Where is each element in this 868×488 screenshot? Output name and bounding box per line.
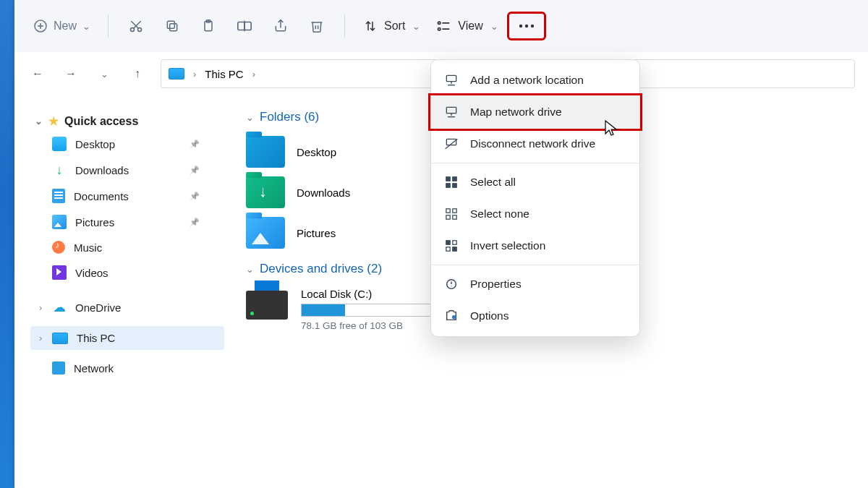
toolbar: New ⌄ Sort ⌄ View ⌄ — [14, 0, 868, 52]
svg-point-47 — [452, 315, 456, 319]
sidebar-item-videos[interactable]: Videos — [30, 260, 224, 286]
select-none-icon — [444, 207, 459, 221]
sidebar-item-label: Documents — [74, 190, 129, 202]
ctx-select-none[interactable]: Select none — [431, 198, 639, 230]
svg-rect-32 — [446, 177, 450, 181]
new-button-label: New — [54, 20, 77, 33]
sidebar-item-label: Videos — [75, 267, 109, 279]
folders-header-label: Folders (6) — [260, 110, 319, 124]
folder-desktop[interactable]: Desktop — [246, 136, 434, 168]
chevron-down-icon: ⌄ — [82, 21, 90, 32]
svg-rect-41 — [453, 241, 456, 244]
chevron-down-icon: ⌄ — [246, 264, 254, 275]
svg-rect-43 — [453, 247, 456, 251]
toolbar-divider — [344, 14, 345, 38]
recent-locations-button[interactable]: ⌄ — [94, 64, 114, 84]
ctx-label: Disconnect network drive — [470, 137, 595, 150]
sidebar-item-onedrive[interactable]: › ☁ OneDrive — [30, 294, 224, 320]
video-icon — [52, 265, 67, 280]
breadcrumb-root[interactable]: This PC — [205, 68, 243, 80]
sort-button[interactable]: Sort ⌄ — [357, 10, 425, 42]
folder-label: Downloads — [297, 187, 350, 199]
copy-icon — [165, 19, 179, 33]
svg-rect-36 — [446, 209, 450, 213]
new-button[interactable]: New ⌄ — [27, 10, 96, 42]
chevron-down-icon: ⌄ — [246, 112, 254, 123]
ctx-properties[interactable]: Properties — [431, 268, 639, 300]
invert-selection-icon — [444, 239, 459, 253]
svg-rect-34 — [446, 184, 450, 187]
more-button[interactable] — [507, 12, 546, 40]
share-button[interactable] — [265, 10, 297, 42]
view-label: View — [458, 20, 482, 33]
sidebar-item-network[interactable]: Network — [30, 356, 224, 380]
chevron-right-icon: › — [252, 69, 255, 80]
sidebar-item-label: Downloads — [75, 164, 129, 176]
ctx-label: Add a network location — [470, 74, 584, 87]
sidebar-item-documents[interactable]: Documents — [30, 183, 224, 209]
back-button[interactable]: ← — [27, 64, 48, 84]
sidebar-item-pictures[interactable]: Pictures — [30, 209, 224, 235]
sidebar-item-desktop[interactable]: Desktop — [30, 131, 224, 157]
folder-icon — [246, 136, 285, 168]
rename-icon — [237, 19, 252, 33]
ctx-add-network-location[interactable]: Add a network location — [431, 64, 639, 96]
svg-rect-38 — [446, 215, 450, 219]
quick-access-header[interactable]: ⌄ ★ Quick access — [30, 111, 224, 131]
folder-downloads[interactable]: Downloads — [246, 176, 434, 208]
toolbar-divider — [108, 14, 109, 38]
svg-rect-27 — [446, 107, 456, 113]
forward-button[interactable]: → — [61, 64, 81, 84]
chevron-right-icon: › — [39, 302, 42, 313]
sidebar-item-downloads[interactable]: ↓ Downloads — [30, 157, 224, 183]
svg-rect-33 — [453, 177, 456, 181]
svg-rect-42 — [446, 247, 450, 251]
options-icon — [444, 309, 459, 323]
document-icon — [52, 189, 65, 203]
sidebar-item-label: This PC — [77, 332, 115, 344]
folder-label: Desktop — [297, 146, 336, 158]
delete-button[interactable] — [301, 10, 333, 42]
hdd-icon — [246, 291, 288, 320]
ctx-label: Select all — [470, 176, 516, 189]
thispc-icon — [169, 68, 184, 80]
paste-button[interactable] — [192, 10, 224, 42]
svg-rect-40 — [446, 241, 450, 244]
folder-icon — [246, 217, 285, 249]
sidebar-item-label: Network — [74, 362, 114, 374]
ctx-separator — [431, 265, 639, 265]
folder-pictures[interactable]: Pictures — [246, 217, 434, 249]
ctx-invert-selection[interactable]: Invert selection — [431, 230, 639, 262]
ctx-select-all[interactable]: Select all — [431, 166, 639, 198]
quick-access-label: Quick access — [64, 115, 138, 128]
network-location-icon — [444, 73, 459, 87]
ctx-disconnect-drive[interactable]: Disconnect network drive — [431, 128, 639, 160]
download-icon: ↓ — [52, 163, 67, 177]
up-button[interactable]: ↑ — [127, 64, 148, 84]
view-button[interactable]: View ⌄ — [429, 10, 502, 42]
paste-icon — [201, 19, 216, 33]
desktop-icon — [52, 137, 67, 151]
cut-button[interactable] — [120, 10, 152, 42]
plus-circle-icon — [33, 19, 48, 33]
sidebar-item-thispc[interactable]: › This PC — [30, 326, 224, 350]
thispc-icon — [52, 333, 68, 344]
ctx-label: Map network drive — [470, 106, 562, 119]
rename-button[interactable] — [229, 10, 260, 42]
svg-point-17 — [438, 22, 441, 24]
sidebar-item-music[interactable]: Music — [30, 235, 224, 260]
ctx-map-network-drive[interactable]: Map network drive — [431, 96, 639, 128]
copy-button[interactable] — [156, 10, 188, 42]
star-icon: ★ — [48, 114, 59, 128]
svg-rect-37 — [453, 209, 456, 213]
svg-point-19 — [438, 28, 441, 30]
sort-icon — [364, 20, 377, 33]
scissors-icon — [129, 19, 143, 33]
trash-icon — [310, 19, 324, 33]
ctx-options[interactable]: Options — [431, 300, 639, 332]
drives-header-label: Devices and drives (2) — [260, 262, 382, 276]
sidebar-item-label: Music — [74, 241, 102, 254]
ctx-label: Select none — [470, 207, 529, 221]
chevron-right-icon: › — [193, 69, 196, 80]
svg-line-31 — [446, 139, 458, 148]
